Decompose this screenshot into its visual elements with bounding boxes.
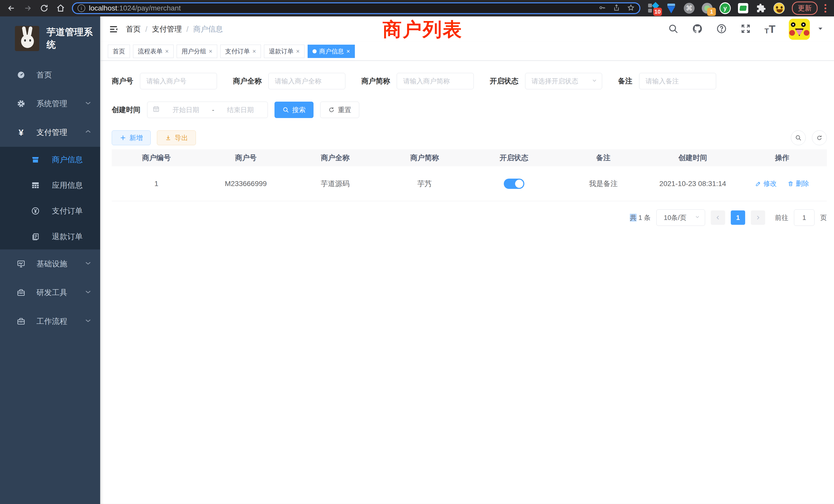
- full-name-input[interactable]: [268, 73, 345, 89]
- edit-link[interactable]: 修改: [755, 179, 777, 188]
- full-name-label: 商户全称: [233, 76, 262, 86]
- col-merchant-id: 商户编号: [112, 153, 201, 163]
- extension-grid-icon[interactable]: 10: [648, 3, 659, 14]
- bookmark-star-icon[interactable]: [627, 4, 635, 13]
- sidebar-item-infrastructure[interactable]: 基础设施: [0, 249, 100, 278]
- sidebar-item-refund-order[interactable]: 退款订单: [0, 224, 100, 249]
- merchant-no-label: 商户号: [112, 76, 133, 86]
- extension-row: 10 ⌘ 1 y: [644, 3, 788, 14]
- search-icon[interactable]: [668, 23, 679, 35]
- extension-chat-icon[interactable]: [738, 3, 749, 14]
- pagination: 共 1 条 10条/页 1 前往 页: [112, 209, 827, 226]
- chrome-menu-icon[interactable]: [823, 4, 827, 13]
- sidebar-collapse-icon[interactable]: [108, 24, 119, 35]
- tab-refund-order[interactable]: 退款订单×: [264, 45, 305, 58]
- cell-merchant-no: M233666999: [201, 180, 290, 188]
- document-icon: [31, 232, 40, 241]
- app-logo-row[interactable]: 芋道管理系统: [0, 17, 100, 61]
- close-icon[interactable]: ×: [253, 48, 256, 54]
- sidebar-item-merchant-info[interactable]: 商户信息: [0, 147, 100, 173]
- reset-button[interactable]: 重置: [320, 101, 359, 118]
- end-date-placeholder: 结束日期: [218, 106, 262, 114]
- font-size-icon[interactable]: TT: [764, 24, 775, 35]
- goto-page-input[interactable]: [794, 209, 814, 226]
- short-name-input[interactable]: [397, 73, 474, 89]
- date-range-picker[interactable]: 开始日期 - 结束日期: [147, 101, 268, 118]
- breadcrumb-payment[interactable]: 支付管理: [152, 24, 182, 35]
- sidebar-item-dev-tools[interactable]: 研发工具: [0, 278, 100, 307]
- github-icon[interactable]: [692, 23, 703, 35]
- table-row: 1 M233666999 芋道源码 芋艿 我是备注 2021-10-23 08:…: [112, 166, 827, 201]
- extension-y-icon[interactable]: y: [720, 3, 731, 14]
- status-select[interactable]: [525, 73, 602, 89]
- chrome-update-button[interactable]: 更新: [792, 2, 817, 15]
- url-text[interactable]: localhost:1024/pay/merchant: [89, 4, 595, 12]
- cell-create-time: 2021-10-23 08:31:14: [648, 180, 738, 188]
- breadcrumb-home[interactable]: 首页: [126, 24, 141, 35]
- cell-full-name: 芋道源码: [290, 179, 380, 189]
- site-info-icon[interactable]: i: [78, 4, 85, 12]
- sidebar-item-app-info[interactable]: 应用信息: [0, 173, 100, 198]
- table-grid-icon: [31, 181, 40, 190]
- extension-gem-icon[interactable]: [665, 3, 677, 14]
- home-icon[interactable]: [53, 2, 68, 14]
- active-dot: [312, 49, 316, 53]
- current-page[interactable]: 1: [731, 210, 745, 225]
- prev-page-button[interactable]: [711, 210, 725, 225]
- chevron-up-icon: [84, 127, 92, 138]
- refresh-button[interactable]: [812, 130, 827, 145]
- back-icon[interactable]: [4, 2, 19, 14]
- filter-row-2: 创建时间 开始日期 - 结束日期 搜索 重置: [112, 101, 827, 118]
- sidebar-item-payment[interactable]: ¥ 支付管理: [0, 118, 100, 147]
- close-icon[interactable]: ×: [296, 48, 300, 54]
- user-avatar[interactable]: [789, 19, 810, 40]
- fullscreen-icon[interactable]: [740, 23, 751, 35]
- show-search-toggle-button[interactable]: [791, 130, 806, 145]
- password-key-icon[interactable]: [598, 4, 606, 13]
- filter-row-1: 商户号 商户全称 商户简称 开启状态: [112, 73, 827, 89]
- tab-merchant-info[interactable]: 商户信息×: [308, 45, 355, 58]
- col-full-name: 商户全称: [290, 153, 380, 163]
- col-short-name: 商户简称: [380, 153, 469, 163]
- extension-recorder-icon[interactable]: 1: [702, 3, 713, 14]
- breadcrumb-current: 商户信息: [193, 24, 223, 35]
- help-icon[interactable]: [716, 23, 727, 35]
- extensions-puzzle-icon[interactable]: [755, 3, 767, 14]
- chevron-down-icon: [84, 98, 92, 109]
- tab-process-form[interactable]: 流程表单×: [133, 45, 174, 58]
- browser-profile-avatar[interactable]: [773, 3, 785, 14]
- tab-home[interactable]: 首页: [108, 45, 130, 58]
- avatar-caret-icon[interactable]: [817, 25, 824, 33]
- app-header: 首页 / 支付管理 / 商户信息 商户列表 TT: [100, 17, 834, 42]
- chevron-down-icon: [84, 288, 92, 298]
- close-icon[interactable]: ×: [346, 48, 350, 54]
- tags-view-bar: 首页 流程表单× 用户分组× 支付订单× 退款订单× 商户信息×: [100, 42, 834, 61]
- coin-yen-icon: [31, 206, 40, 215]
- share-icon[interactable]: [613, 4, 620, 13]
- merchant-no-input[interactable]: [140, 73, 217, 89]
- tab-pay-order[interactable]: 支付订单×: [220, 45, 261, 58]
- reload-icon[interactable]: [37, 2, 51, 14]
- sidebar-item-home[interactable]: 首页: [0, 61, 100, 89]
- delete-link[interactable]: 删除: [788, 179, 809, 188]
- sidebar-item-pay-order[interactable]: 支付订单: [0, 198, 100, 224]
- export-button[interactable]: 导出: [157, 130, 196, 145]
- address-bar[interactable]: i localhost:1024/pay/merchant: [72, 2, 640, 14]
- table-header-row: 商户编号 商户号 商户全称 商户简称 开启状态 备注 创建时间 操作: [112, 150, 827, 166]
- add-button[interactable]: 新增: [112, 130, 151, 145]
- sidebar-item-system[interactable]: 系统管理: [0, 89, 100, 118]
- next-page-button[interactable]: [751, 210, 765, 225]
- page-unit: 页: [820, 213, 827, 222]
- status-toggle[interactable]: [504, 179, 524, 189]
- page-size-select[interactable]: 10条/页: [656, 209, 705, 226]
- forward-icon[interactable]: [21, 2, 35, 14]
- sidebar-item-workflow[interactable]: 工作流程: [0, 307, 100, 336]
- search-button[interactable]: 搜索: [275, 101, 313, 118]
- extension-command-icon[interactable]: ⌘: [683, 3, 695, 14]
- breadcrumb: 首页 / 支付管理 / 商户信息: [126, 24, 223, 35]
- close-icon[interactable]: ×: [165, 48, 169, 54]
- tab-user-group[interactable]: 用户分组×: [177, 45, 217, 58]
- remark-input[interactable]: [639, 73, 716, 89]
- goto-label: 前往: [775, 213, 788, 222]
- close-icon[interactable]: ×: [209, 48, 212, 54]
